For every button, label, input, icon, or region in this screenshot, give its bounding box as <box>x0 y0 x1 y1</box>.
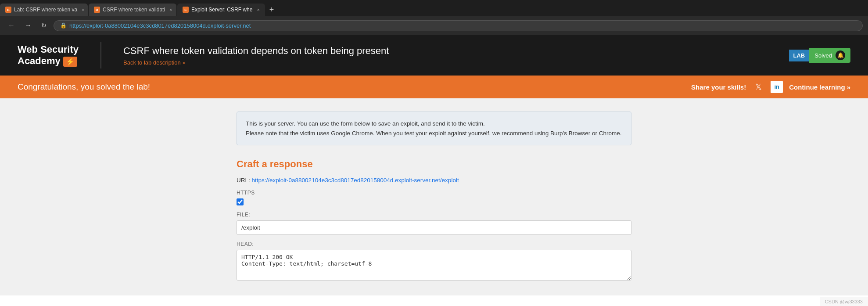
tab3-title: Exploit Server: CSRF whe <box>191 7 252 13</box>
share-skills-label: Share your skills! <box>691 83 746 91</box>
tab1-favicon: B <box>5 7 11 13</box>
browser-chrome: B Lab: CSRF where token va × B CSRF wher… <box>0 0 868 35</box>
browser-tabs: B Lab: CSRF where token va × B CSRF wher… <box>0 0 868 16</box>
tab2-favicon: B <box>94 7 100 13</box>
header-main: CSRF where token validation depends on t… <box>123 45 776 66</box>
header-divider <box>100 42 101 68</box>
back-button[interactable]: ← <box>5 21 18 30</box>
head-textarea[interactable]: HTTP/1.1 200 OK Content-Type: text/html;… <box>237 250 631 281</box>
new-tab-button[interactable]: + <box>266 4 278 16</box>
info-line2: Please note that the victim uses Google … <box>246 129 622 138</box>
logo-line1: Web Security Academy⚡ <box>18 44 79 67</box>
solved-label: Solved 🔔 <box>809 48 850 63</box>
back-to-lab-link[interactable]: Back to lab description » <box>123 59 776 66</box>
refresh-button[interactable]: ↻ <box>39 21 49 30</box>
head-label: Head: <box>237 241 631 247</box>
tab-2[interactable]: B CSRF where token validati × <box>89 4 176 16</box>
https-checkbox-row <box>237 198 631 205</box>
congratulations-text: Congratulations, you solved the lab! <box>18 82 150 92</box>
tab2-close[interactable]: × <box>169 7 172 12</box>
share-area: Share your skills! 𝕏 in Continue learnin… <box>691 81 850 93</box>
file-input[interactable] <box>237 220 631 235</box>
craft-title: Craft a response <box>237 158 631 170</box>
url-text: https://exploit-0a88002104e3c3cd8017ed82… <box>69 22 251 29</box>
lab-status-badge: LAB Solved 🔔 <box>789 48 850 63</box>
address-bar[interactable]: 🔒 https://exploit-0a88002104e3c3cd8017ed… <box>54 20 863 31</box>
info-line1: This is your server. You can use the for… <box>246 119 622 129</box>
lock-icon: 🔒 <box>60 22 67 29</box>
tab-3[interactable]: E Exploit Server: CSRF whe × <box>177 4 265 16</box>
lab-title: CSRF where token validation depends on t… <box>123 45 776 57</box>
tab2-title: CSRF where token validati <box>103 7 165 13</box>
url-line: URL: https://exploit-0a88002104e3c3cd801… <box>237 177 631 184</box>
craft-section: Craft a response URL: https://exploit-0a… <box>237 158 631 282</box>
continue-learning-link[interactable]: Continue learning » <box>789 83 850 91</box>
lab-label: LAB <box>789 50 810 61</box>
url-link[interactable]: https://exploit-0a88002104e3c3cd8017ed82… <box>252 177 459 184</box>
linkedin-icon[interactable]: in <box>771 81 783 93</box>
https-label: HTTPS <box>237 190 631 196</box>
info-box: This is your server. You can use the for… <box>237 112 631 145</box>
app-header: Web Security Academy⚡ CSRF where token v… <box>0 35 868 76</box>
file-label: File: <box>237 212 631 218</box>
tab3-favicon: E <box>183 7 189 13</box>
tab1-close[interactable]: × <box>82 7 84 12</box>
address-bar-row: ← → ↻ 🔒 https://exploit-0a88002104e3c3cd… <box>0 16 868 35</box>
orange-banner: Congratulations, you solved the lab! Sha… <box>0 76 868 98</box>
logo-text: Web Security Academy⚡ <box>18 44 79 67</box>
logo-area: Web Security Academy⚡ <box>18 44 79 67</box>
main-content: This is your server. You can use the for… <box>0 98 868 295</box>
tab1-title: Lab: CSRF where token va <box>14 7 77 13</box>
twitter-icon[interactable]: 𝕏 <box>752 81 764 93</box>
tab3-close[interactable]: × <box>257 7 259 12</box>
https-checkbox[interactable] <box>237 198 244 205</box>
logo-badge: ⚡ <box>63 57 77 67</box>
forward-button[interactable]: → <box>22 21 34 30</box>
solved-icon: 🔔 <box>836 50 845 60</box>
tab-1[interactable]: B Lab: CSRF where token va × <box>0 4 88 16</box>
